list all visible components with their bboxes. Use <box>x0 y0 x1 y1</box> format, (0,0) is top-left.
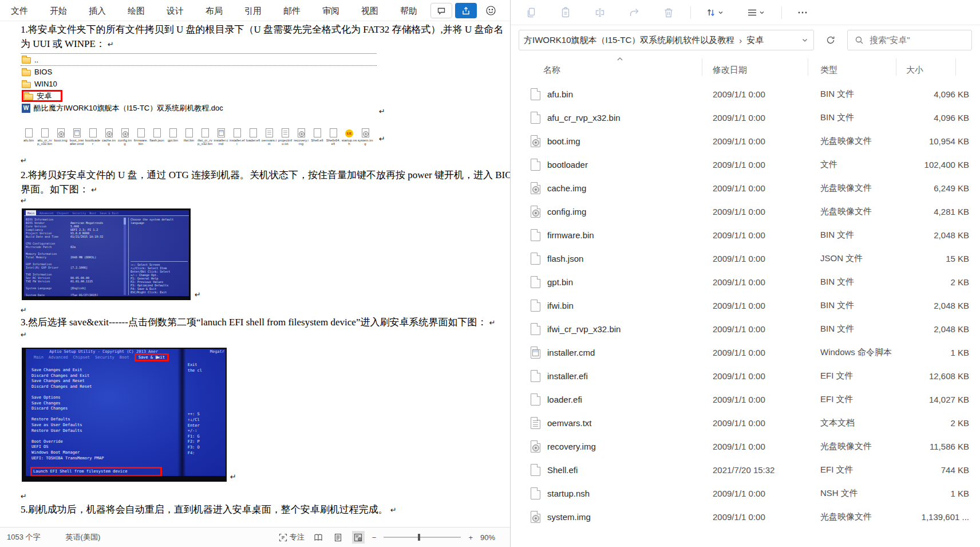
share-button[interactable] <box>455 3 477 18</box>
focus-mode-button[interactable]: 专注 <box>279 532 305 542</box>
ribbon-tab[interactable]: 开始 <box>39 0 78 21</box>
file-type: NSH 文件 <box>820 488 906 499</box>
file-row[interactable]: ifwi.bin 2009/1/1 0:00 BIN 文件 2,048 KB <box>511 294 980 317</box>
word-count[interactable]: 1053 个字 <box>7 532 41 542</box>
ribbon-tab[interactable]: 邮件 <box>272 0 311 21</box>
breadcrumb-path[interactable]: 方IWORK10旗舰本（I15-TC）双系统刷机软件以及教程 <box>524 35 734 46</box>
ribbon-tab[interactable]: 视图 <box>350 0 389 21</box>
smiley-icon <box>485 5 496 16</box>
file-row[interactable]: boot.img 2009/1/1 0:00 光盘映像文件 10,954 KB <box>511 129 980 153</box>
file-type: 光盘映像文件 <box>820 441 906 452</box>
file-date: 2021/7/20 15:32 <box>713 465 820 475</box>
feedback-button[interactable] <box>482 3 499 18</box>
search-input[interactable]: 搜索"安卓" <box>847 30 972 50</box>
file-row[interactable]: Shell.efi 2021/7/20 15:32 EFI 文件 744 KB <box>511 458 980 482</box>
strip-file-item: ifwi.bin <box>181 128 197 150</box>
file-row[interactable]: afu_cr_rvp_x32.bin 2009/1/1 0:00 BIN 文件 … <box>511 106 980 129</box>
file-row[interactable]: ifwi_cr_rvp_x32.bin 2009/1/1 0:00 BIN 文件… <box>511 317 980 341</box>
doc-paragraph-3: 3.然后选择 save&exit------点击倒数第二项“lanuch EFI… <box>21 315 496 330</box>
file-row[interactable]: bootloader 2009/1/1 0:00 文件 102,400 KB <box>511 153 980 176</box>
file-icon <box>531 393 540 406</box>
file-icon <box>531 276 540 288</box>
embedded-filelist-image[interactable]: .. BIOS WIN10 安卓 酷比魔方IWORK10旗舰本（I15-TC）双… <box>21 53 377 119</box>
embedded-bios-main-photo[interactable]: Main AdvancedChipset SecurityBoot Save &… <box>22 208 191 300</box>
language-status[interactable]: 英语(美国) <box>66 532 101 542</box>
copy-button[interactable] <box>519 2 544 23</box>
share-button-explorer[interactable] <box>622 2 647 23</box>
file-size: 2,048 KB <box>906 324 969 334</box>
ribbon-tab[interactable]: 布局 <box>195 0 234 21</box>
zoom-slider-thumb[interactable] <box>418 534 420 541</box>
small-file-icon <box>25 128 33 137</box>
paragraph-mark: ↵ <box>230 473 236 481</box>
file-row[interactable]: recovery.img 2009/1/1 0:00 光盘映像文件 11,586… <box>511 435 980 458</box>
filelist-image-row: 安卓 <box>21 90 377 102</box>
more-options-button[interactable] <box>790 2 815 23</box>
file-row[interactable]: gpt.bin 2009/1/1 0:00 BIN 文件 2 KB <box>511 270 980 294</box>
column-header-size[interactable]: 大小 <box>906 65 969 76</box>
document-canvas[interactable]: 1.将安卓文件夹下的所有文件拷贝到 U 盘的根目录下（U 盘需要先完全格式化为 … <box>0 21 510 527</box>
file-row[interactable]: afu.bin 2009/1/1 0:00 BIN 文件 4,096 KB <box>511 82 980 106</box>
file-row[interactable]: startup.nsh 2009/1/1 0:00 NSH 文件 1 KB <box>511 482 980 505</box>
web-layout-icon <box>354 533 362 542</box>
refresh-icon <box>825 35 836 45</box>
filelist-image-row: BIOS <box>21 66 377 78</box>
chevron-down-icon[interactable] <box>801 36 809 44</box>
strip-file-item: projectinfo.txt <box>277 128 293 150</box>
read-mode-button[interactable] <box>312 531 325 544</box>
file-date: 2009/1/1 0:00 <box>713 277 820 287</box>
ribbon-tab[interactable]: 绘图 <box>117 0 156 21</box>
comment-icon <box>437 6 446 15</box>
column-header-type[interactable]: 类型 <box>820 65 906 76</box>
bios-saveexit-screen: Aptio Setup Utility - Copyright (C) 2013… <box>26 349 226 476</box>
file-size: 6,249 KB <box>906 183 969 193</box>
zoom-slider[interactable] <box>384 537 461 538</box>
file-name: afu.bin <box>547 89 573 99</box>
strip-file-item: installer.cmd <box>213 128 229 150</box>
file-name: recovery.img <box>547 442 596 451</box>
refresh-button[interactable] <box>821 30 840 50</box>
ribbon-tab[interactable]: 设计 <box>156 0 195 21</box>
ribbon-tab[interactable]: 插入 <box>78 0 117 21</box>
paste-button[interactable] <box>553 2 578 23</box>
embedded-bios-saveexit-photo[interactable]: Aptio Setup Utility - Copyright (C) 2013… <box>22 348 227 482</box>
file-row[interactable]: oemvars.txt 2009/1/1 0:00 文本文档 2 KB <box>511 411 980 435</box>
sort-ascending-icon <box>617 57 623 61</box>
file-size: 4,096 KB <box>906 113 969 123</box>
column-header-name[interactable]: 名称 <box>531 65 713 76</box>
comments-button[interactable] <box>430 3 452 18</box>
sort-button[interactable] <box>699 2 731 23</box>
column-header-date[interactable]: 修改日期 <box>713 65 820 76</box>
embedded-iconstrip-image[interactable]: afu.bin afu_cr_rvp_x32.bin boot.img boot… <box>21 128 377 150</box>
view-button[interactable] <box>740 2 772 23</box>
zoom-in-button[interactable]: + <box>468 533 473 542</box>
file-row[interactable]: cache.img 2009/1/1 0:00 光盘映像文件 6,249 KB <box>511 176 980 200</box>
file-row[interactable]: installer.efi 2009/1/1 0:00 EFI 文件 12,60… <box>511 364 980 388</box>
file-row[interactable]: firmware.bin 2009/1/1 0:00 BIN 文件 2,048 … <box>511 223 980 247</box>
web-layout-button[interactable] <box>352 531 365 544</box>
delete-button[interactable] <box>656 2 681 23</box>
ribbon-tab[interactable]: 审阅 <box>311 0 350 21</box>
ribbon-tab[interactable]: 引用 <box>234 0 272 21</box>
file-row[interactable]: flash.json 2009/1/1 0:00 JSON 文件 15 KB <box>511 247 980 270</box>
small-file-icon <box>137 128 145 137</box>
file-row[interactable]: loader.efi 2009/1/1 0:00 EFI 文件 14,027 K… <box>511 388 980 411</box>
file-name: firmware.bin <box>547 230 594 240</box>
ribbon-tab[interactable]: 帮助 <box>389 0 428 21</box>
address-bar[interactable]: 方IWORK10旗舰本（I15-TC）双系统刷机软件以及教程 › 安卓 <box>519 30 814 50</box>
paragraph-mark: ↵ <box>21 196 27 205</box>
small-file-icon <box>345 129 353 137</box>
paragraph-mark: ↵ <box>379 135 385 143</box>
print-layout-button[interactable] <box>332 531 345 544</box>
zoom-percent[interactable]: 90% <box>480 533 495 542</box>
zoom-out-button[interactable]: − <box>372 533 377 542</box>
file-date: 2009/1/1 0:00 <box>713 324 820 334</box>
file-row[interactable]: installer.cmd 2009/1/1 0:00 Windows 命令脚本… <box>511 341 980 364</box>
file-row[interactable]: config.img 2009/1/1 0:00 光盘映像文件 4,281 KB <box>511 200 980 223</box>
ribbon-tab[interactable]: 文件 <box>0 0 39 21</box>
small-file-icon <box>73 128 81 137</box>
rename-button[interactable] <box>587 2 612 23</box>
file-icon <box>531 347 540 359</box>
file-row[interactable]: system.img 2009/1/1 0:00 光盘映像文件 1,139,60… <box>511 505 980 529</box>
breadcrumb-current-folder[interactable]: 安卓 <box>746 35 764 46</box>
